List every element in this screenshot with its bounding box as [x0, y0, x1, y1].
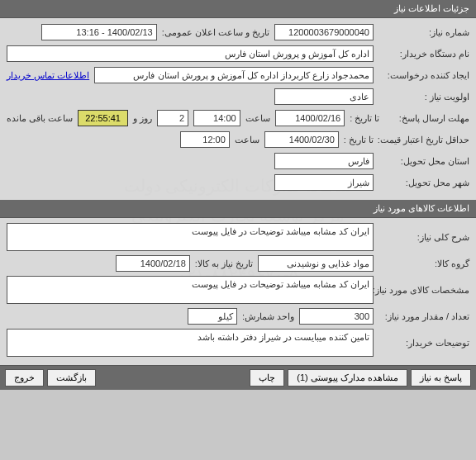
city-label: شهر محل تحویل: [378, 178, 469, 188]
unit-field: کیلو [188, 308, 237, 325]
qty-label: تعداد / مقدار مورد نیاز: [378, 311, 469, 322]
min-credit-label: حداقل تاریخ اعتبار قیمت: [378, 135, 469, 145]
need-number-field: 1200003679000040 [274, 24, 374, 40]
time-label-2: ساعت [235, 135, 259, 145]
print-button[interactable]: چاپ [250, 369, 284, 386]
group-label: گروه کالا: [378, 258, 469, 269]
days-field: 2 [157, 110, 188, 126]
deadline-date-field: 1400/02/16 [275, 110, 345, 126]
buyer-label: نام دستگاه خریدار: [378, 49, 469, 59]
section2-header: اطلاعات کالاهای مورد نیاز [0, 200, 476, 218]
days-label: روز و [133, 113, 152, 124]
creator-label: ایجاد کننده درخواست: [378, 70, 469, 81]
section2-body: شرح کلی نیاز: ایران کد مشابه میباشد توضی… [0, 218, 476, 365]
desc-field: ایران کد مشابه میباشد توضیحات در فایل پی… [7, 223, 374, 251]
buyer-notes-field: تامین کننده میبایست در شیراز دفتر داشته … [7, 329, 374, 357]
need-number-label: شماره نیاز: [378, 27, 469, 38]
announce-field: 1400/02/13 - 13:16 [41, 24, 157, 40]
main-panel: جزئیات اطلاعات نیاز شماره نیاز: 12000036… [0, 0, 476, 390]
province-label: استان محل تحویل: [378, 156, 469, 167]
priority-label: اولویت نیاز : [378, 92, 469, 102]
creator-field: محمدجواد زارع کاربرداز اداره کل آموزش و … [94, 67, 374, 83]
province-field: فارس [274, 153, 374, 169]
min-credit-time-field: 12:00 [180, 131, 230, 148]
section1-header: جزئیات اطلاعات نیاز [0, 0, 476, 18]
remaining-time: 22:55:41 [78, 110, 128, 126]
attachments-button[interactable]: مشاهده مدارک پیوستی (1) [288, 369, 407, 386]
qty-field: 300 [299, 308, 374, 325]
desc-label: شرح کلی نیاز: [378, 232, 469, 243]
deadline-label: مهلت ارسال پاسخ: [384, 113, 469, 124]
respond-button[interactable]: پاسخ به نیاز [411, 369, 471, 386]
to-date-label: تا تاریخ : [350, 113, 379, 124]
contact-link[interactable]: اطلاعات تماس خریدار [7, 70, 89, 81]
footer-toolbar: پاسخ به نیاز مشاهده مدارک پیوستی (1) چاپ… [0, 365, 476, 390]
announce-label: تاریخ و ساعت اعلان عمومی: [162, 27, 269, 38]
to-date-label-2: تا تاریخ : [344, 135, 374, 145]
spec-field: ایران کد مشابه میباشد توضیحات در فایل پی… [7, 276, 374, 304]
city-field: شیراز [274, 174, 374, 191]
spec-label: مشخصات کالای مورد نیاز: [378, 285, 469, 296]
min-credit-date-field: 1400/02/30 [264, 131, 339, 148]
remaining-label: ساعت باقی مانده [7, 113, 73, 124]
unit-label: واحد شمارش: [242, 311, 294, 322]
time-label-1: ساعت [245, 113, 270, 124]
buyer-notes-label: توضیحات خریدار: [378, 338, 469, 349]
group-field: مواد غذایی و نوشیدنی [258, 255, 374, 272]
need-by-field: 1400/02/18 [116, 255, 190, 272]
deadline-time-field: 14:00 [193, 110, 240, 126]
back-button[interactable]: بازگشت [47, 369, 96, 386]
buyer-field: اداره کل آموزش و پرورش استان فارس [7, 45, 374, 62]
exit-button[interactable]: خروج [5, 369, 44, 386]
need-by-label: تاریخ نیاز به کالا: [195, 258, 253, 269]
priority-field: عادی [274, 88, 374, 105]
section1-body: شماره نیاز: 1200003679000040 تاریخ و ساع… [0, 18, 476, 200]
